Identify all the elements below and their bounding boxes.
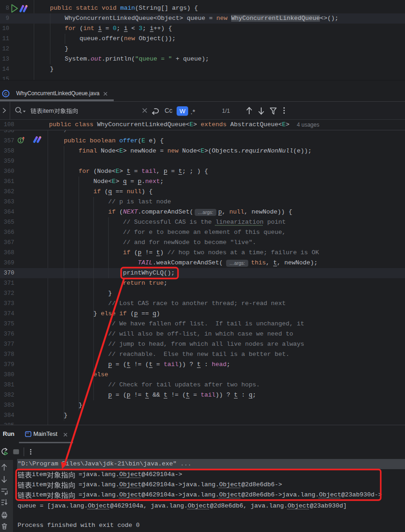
svg-text:C: C (4, 92, 7, 96)
svg-text:1/1: 1/1 (222, 108, 230, 114)
svg-text:W: W (179, 108, 185, 115)
svg-text:.*: .* (190, 108, 195, 116)
svg-text:Cc: Cc (165, 107, 172, 114)
